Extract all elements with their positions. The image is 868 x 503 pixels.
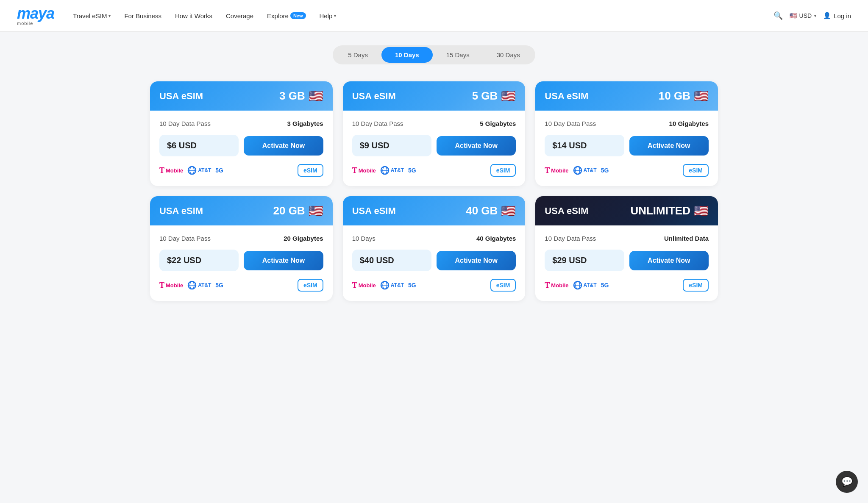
tmobile-t-icon: T: [352, 281, 357, 290]
card-body: 10 Day Data Pass 20 Gigabytes $22 USD Ac…: [150, 225, 333, 301]
card-body: 10 Day Data Pass 10 Gigabytes $14 USD Ac…: [535, 111, 718, 186]
card-header-content: USA eSIM 5 GB 🇺🇸: [352, 89, 516, 103]
tab-30-days[interactable]: 30 Days: [483, 47, 534, 63]
5g-label: 5G: [408, 282, 416, 289]
price-display: $22 USD: [159, 250, 239, 271]
card-header-content: USA eSIM 40 GB 🇺🇸: [352, 204, 516, 218]
5g-label: 5G: [408, 167, 416, 174]
att-circle-icon: [380, 281, 389, 290]
plan-action: $29 USD Activate Now: [545, 250, 709, 271]
plan-details: 10 Day Data Pass 5 Gigabytes: [352, 120, 516, 127]
plan-action: $6 USD Activate Now: [159, 135, 323, 156]
plan-detail-label: 10 Day Data Pass: [545, 235, 596, 242]
card-header-left: USA eSIM: [545, 206, 588, 217]
plan-card-usa-5gb: USA eSIM 5 GB 🇺🇸 10 Day Data Pass 5 Giga…: [343, 81, 526, 186]
card-gb: 40 GB: [466, 204, 498, 217]
att-logo: AT&T: [380, 166, 404, 175]
card-header-content: USA eSIM UNLIMITED 🇺🇸: [545, 204, 709, 218]
plan-details: 10 Day Data Pass 10 Gigabytes: [545, 120, 709, 127]
5g-label: 5G: [601, 167, 609, 174]
nav-item-help[interactable]: Help ▾: [314, 9, 342, 23]
card-gb: 20 GB: [273, 204, 305, 217]
card-header-right: 40 GB 🇺🇸: [466, 204, 516, 218]
nav-item-coverage[interactable]: Coverage: [221, 9, 259, 23]
esim-badge: eSIM: [490, 279, 516, 292]
card-gb: UNLIMITED: [630, 204, 690, 217]
activate-now-button[interactable]: Activate Now: [629, 251, 709, 270]
explore-new-badge: New: [290, 12, 306, 19]
currency-selector[interactable]: 🇺🇸 USD ▾: [790, 12, 817, 19]
nav-item-travel-esim[interactable]: Travel eSIM ▾: [68, 9, 116, 23]
country-flag-icon: 🇺🇸: [694, 204, 709, 218]
tmobile-t-icon: T: [545, 281, 550, 290]
search-button[interactable]: 🔍: [773, 11, 783, 20]
card-header: USA eSIM UNLIMITED 🇺🇸: [535, 196, 718, 225]
att-logo: AT&T: [573, 166, 597, 175]
card-header-left: USA eSIM: [159, 91, 203, 102]
card-gb: 5 GB: [472, 89, 498, 103]
price-display: $14 USD: [545, 135, 624, 156]
plan-detail-value: 10 Gigabytes: [669, 120, 709, 127]
card-header-right: 10 GB 🇺🇸: [659, 89, 709, 103]
user-icon: 👤: [823, 12, 831, 19]
nav-links: Travel eSIM ▾ For Business How it Works …: [68, 9, 760, 23]
brand-logo[interactable]: maya mobile: [17, 6, 54, 26]
tmobile-label: Mobile: [551, 282, 568, 289]
nav-item-explore[interactable]: Explore New: [262, 9, 311, 23]
activate-now-button[interactable]: Activate Now: [437, 251, 516, 270]
nav-item-for-business[interactable]: For Business: [119, 9, 167, 23]
att-circle-icon: [187, 166, 197, 175]
activate-now-button[interactable]: Activate Now: [629, 136, 709, 156]
tmobile-t-icon: T: [159, 166, 164, 175]
tmobile-logo: T Mobile: [545, 166, 568, 175]
navbar: maya mobile Travel eSIM ▾ For Business H…: [0, 0, 868, 32]
plan-action: $14 USD Activate Now: [545, 135, 709, 156]
5g-label: 5G: [215, 167, 223, 174]
card-header: USA eSIM 20 GB 🇺🇸: [150, 196, 333, 225]
esim-badge: eSIM: [683, 164, 709, 177]
plan-detail-label: 10 Days: [352, 235, 376, 242]
login-button[interactable]: 👤 Log in: [823, 12, 851, 19]
att-logo: AT&T: [573, 281, 597, 290]
plan-action: $40 USD Activate Now: [352, 250, 516, 271]
plan-carriers: T Mobile AT&T 5G eSIM: [159, 279, 323, 292]
plan-detail-value: Unlimited Data: [664, 235, 709, 242]
day-tabs: 5 Days 10 Days 15 Days 30 Days: [333, 45, 535, 64]
att-label: AT&T: [198, 167, 211, 173]
card-header: USA eSIM 5 GB 🇺🇸: [343, 81, 526, 111]
plan-grid: USA eSIM 3 GB 🇺🇸 10 Day Data Pass 3 Giga…: [150, 81, 718, 301]
card-header-right: UNLIMITED 🇺🇸: [630, 204, 709, 218]
flag-usa-icon: 🇺🇸: [790, 12, 797, 19]
activate-now-button[interactable]: Activate Now: [437, 136, 516, 156]
nav-item-how-it-works[interactable]: How it Works: [170, 9, 217, 23]
tab-5-days[interactable]: 5 Days: [334, 47, 381, 63]
activate-now-button[interactable]: Activate Now: [244, 251, 323, 270]
plan-detail-label: 10 Day Data Pass: [352, 120, 403, 127]
tmobile-label: Mobile: [166, 167, 183, 174]
country-flag-icon: 🇺🇸: [309, 204, 323, 218]
tmobile-logo: T Mobile: [159, 281, 183, 290]
tab-15-days[interactable]: 15 Days: [433, 47, 483, 63]
tab-10-days[interactable]: 10 Days: [381, 47, 433, 63]
card-gb: 3 GB: [279, 89, 305, 103]
activate-now-button[interactable]: Activate Now: [244, 136, 323, 156]
nav-right: 🔍 🇺🇸 USD ▾ 👤 Log in: [773, 11, 851, 20]
card-header-right: 20 GB 🇺🇸: [273, 204, 323, 218]
5g-label: 5G: [215, 282, 223, 289]
plan-carriers: T Mobile AT&T 5G eSIM: [352, 279, 516, 292]
card-gb: 10 GB: [659, 89, 690, 103]
att-circle-icon: [573, 166, 582, 175]
login-label: Log in: [834, 12, 851, 19]
brand-name: maya: [17, 6, 54, 21]
card-header: USA eSIM 40 GB 🇺🇸: [343, 196, 526, 225]
tmobile-label: Mobile: [359, 167, 376, 174]
att-label: AT&T: [391, 167, 404, 173]
price-display: $29 USD: [545, 250, 624, 271]
plan-carriers: T Mobile AT&T 5G eSIM: [545, 164, 709, 177]
card-header-right: 3 GB 🇺🇸: [279, 89, 323, 103]
chevron-down-icon: ▾: [334, 14, 336, 18]
plan-action: $9 USD Activate Now: [352, 135, 516, 156]
tmobile-t-icon: T: [545, 166, 550, 175]
att-logo: AT&T: [380, 281, 404, 290]
plan-detail-value: 3 Gigabytes: [287, 120, 323, 127]
